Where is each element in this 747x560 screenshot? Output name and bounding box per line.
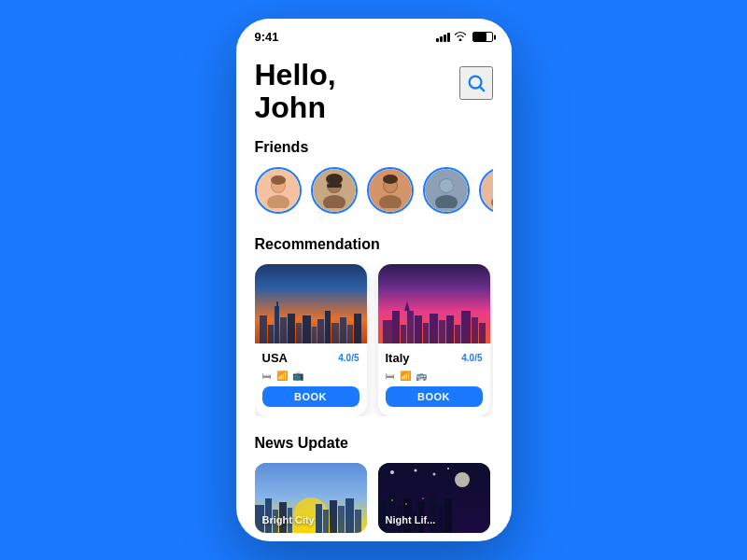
svg-point-16	[435, 195, 458, 208]
svg-rect-64	[330, 500, 337, 533]
status-icons	[436, 31, 493, 43]
friend-avatar-3[interactable]	[367, 167, 414, 214]
search-button[interactable]	[459, 66, 493, 100]
wifi-amenity-icon: 📶	[276, 371, 288, 381]
svg-rect-67	[355, 510, 361, 533]
rec-card-italy[interactable]: Italy 4.0/5 🛏 📶 🚌 BOOK	[378, 264, 490, 416]
svg-rect-62	[316, 504, 322, 533]
book-italy-button[interactable]: BOOK	[386, 386, 483, 407]
bed-icon: 🛏	[262, 371, 272, 381]
svg-rect-38	[340, 317, 346, 343]
svg-point-14	[383, 175, 398, 184]
news-section-title: News Update	[255, 435, 493, 452]
svg-rect-66	[345, 498, 354, 533]
svg-point-84	[405, 503, 407, 505]
svg-rect-28	[275, 306, 279, 343]
svg-rect-46	[415, 315, 422, 343]
bed-icon-2: 🛏	[386, 371, 395, 381]
recommendation-row: USA 4.0/5 🛏 📶 📺 BOOK	[255, 264, 493, 416]
svg-rect-33	[303, 315, 311, 343]
svg-point-5	[271, 175, 286, 185]
svg-point-73	[447, 468, 449, 469]
svg-rect-52	[461, 311, 471, 343]
status-time: 9:41	[255, 30, 279, 44]
rec-card-usa-body: USA 4.0/5 🛏 📶 📺 BOOK	[255, 343, 367, 416]
wifi-icon	[454, 31, 467, 43]
svg-point-69	[455, 472, 470, 487]
recommendation-section-title: Recommendation	[255, 236, 493, 253]
svg-rect-75	[388, 493, 396, 533]
svg-rect-36	[325, 311, 331, 343]
tv-icon: 📺	[292, 371, 303, 381]
svg-point-19	[491, 195, 493, 208]
svg-rect-50	[446, 315, 454, 343]
svg-rect-29	[276, 301, 278, 309]
svg-point-9	[326, 174, 343, 185]
friend-avatar-4[interactable]	[423, 167, 470, 214]
main-content: Hello, John Friends	[236, 49, 512, 541]
news-row: Bright City	[255, 463, 493, 537]
svg-rect-27	[268, 325, 274, 343]
rec-card-usa-amenities: 🛏 📶 📺	[262, 371, 359, 381]
svg-point-71	[414, 469, 416, 472]
svg-rect-81	[438, 505, 444, 533]
svg-rect-47	[423, 323, 429, 343]
bus-icon: 🚌	[416, 371, 427, 381]
svg-point-83	[391, 499, 393, 501]
wifi-amenity-icon-2: 📶	[400, 371, 411, 381]
svg-rect-45	[407, 311, 414, 343]
italy-skyline	[378, 297, 490, 343]
svg-rect-32	[296, 323, 302, 343]
night-life-label: Night Lif...	[386, 514, 436, 525]
rec-card-italy-rating: 4.0/5	[461, 353, 482, 363]
svg-rect-49	[439, 320, 445, 343]
svg-rect-30	[280, 317, 287, 343]
battery-icon	[472, 32, 493, 42]
news-card-bright-city[interactable]: Bright City	[255, 463, 367, 533]
friend-avatar-5[interactable]	[479, 167, 493, 214]
svg-rect-65	[338, 506, 345, 533]
rec-card-italy-body: Italy 4.0/5 🛏 📶 🚌 BOOK	[378, 343, 490, 416]
svg-point-12	[379, 195, 402, 208]
rec-card-usa[interactable]: USA 4.0/5 🛏 📶 📺 BOOK	[255, 264, 367, 416]
svg-rect-31	[288, 314, 295, 343]
svg-point-72	[432, 473, 435, 476]
news-card-night-life[interactable]: Night Lif...	[378, 463, 490, 533]
rec-card-italy-amenities: 🛏 📶 🚌	[386, 371, 483, 381]
svg-point-3	[267, 195, 289, 208]
svg-point-17	[440, 179, 453, 192]
svg-rect-39	[347, 325, 353, 343]
rec-card-italy-image	[378, 264, 490, 343]
friend-avatar-2[interactable]	[311, 167, 358, 214]
svg-rect-51	[455, 325, 460, 343]
svg-point-70	[390, 470, 394, 474]
rec-card-usa-image	[255, 264, 367, 343]
svg-point-85	[422, 497, 424, 499]
svg-rect-43	[401, 325, 406, 343]
svg-line-1	[480, 87, 484, 91]
svg-rect-48	[430, 314, 438, 343]
header-section: Hello, John	[255, 59, 493, 124]
svg-rect-63	[323, 510, 329, 533]
svg-rect-54	[479, 323, 486, 343]
friend-avatar-1[interactable]	[255, 167, 302, 214]
phone-frame: 9:41 Hello,	[236, 19, 512, 541]
svg-rect-82	[444, 498, 452, 533]
rec-card-italy-name: Italy	[386, 351, 410, 365]
svg-rect-26	[260, 315, 267, 343]
svg-rect-41	[383, 320, 392, 343]
svg-rect-37	[331, 323, 339, 343]
usa-skyline	[255, 297, 367, 343]
book-usa-button[interactable]: BOOK	[262, 386, 359, 407]
status-bar: 9:41	[236, 19, 512, 49]
svg-marker-44	[404, 301, 410, 311]
svg-rect-40	[354, 314, 361, 343]
svg-rect-53	[472, 317, 478, 343]
svg-point-7	[323, 195, 345, 208]
svg-rect-10	[327, 184, 342, 188]
rec-card-usa-rating: 4.0/5	[338, 353, 359, 363]
signal-icon	[436, 33, 450, 42]
friends-row	[255, 167, 493, 217]
greeting-text: Hello, John	[255, 59, 336, 124]
bright-city-label: Bright City	[262, 514, 315, 525]
